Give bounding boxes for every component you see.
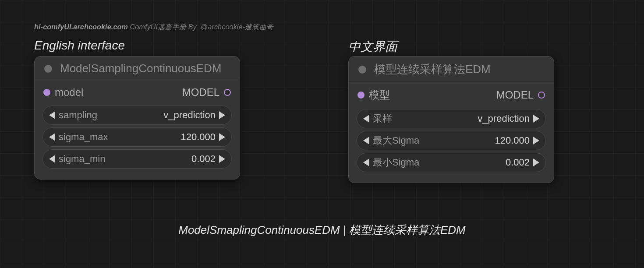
arrow-left-icon[interactable]	[363, 115, 369, 123]
section-label-chinese: 中文界面	[348, 39, 397, 55]
widget-value[interactable]: v_prediction	[97, 109, 216, 121]
node-collapse-dot-icon[interactable]	[44, 65, 52, 73]
section-label-english: English interface	[34, 39, 125, 53]
arrow-left-icon[interactable]	[49, 133, 55, 141]
node-model-sampling-continuous-edm-cn[interactable]: 模型连续采样算法EDM 模型 MODEL 采样 v_prediction	[348, 56, 554, 183]
widget-sigma-min[interactable]: 最小Sigma 0.002	[357, 153, 546, 172]
widget-sigma-min[interactable]: sigma_min 0.002	[42, 149, 232, 169]
node-model-sampling-continuous-edm-en[interactable]: ModelSamplingContinuousEDM model MODEL s…	[34, 56, 240, 180]
node-body: model MODEL sampling v_prediction sigma_…	[35, 80, 240, 179]
io-row: 模型 MODEL	[355, 86, 548, 106]
arrow-left-icon[interactable]	[49, 155, 55, 163]
widget-sampling[interactable]: sampling v_prediction	[42, 106, 232, 125]
widget-name: 最大Sigma	[373, 134, 419, 147]
watermark-tagline: ComfyUI速查手册 By_@archcookie-建筑曲奇	[130, 23, 273, 31]
widget-name: sampling	[59, 109, 97, 121]
arrow-right-icon[interactable]	[533, 137, 539, 145]
arrow-left-icon[interactable]	[363, 159, 369, 166]
widget-value[interactable]: v_prediction	[392, 113, 530, 124]
arrow-left-icon[interactable]	[49, 111, 55, 119]
watermark: hi-comfyUI.archcookie.com ComfyUI速查手册 By…	[34, 23, 273, 32]
input-port-model-icon[interactable]	[357, 92, 364, 99]
input-port-model-icon[interactable]	[43, 89, 50, 96]
widget-value[interactable]: 0.002	[419, 157, 530, 168]
widget-sigma-max[interactable]: 最大Sigma 120.000	[357, 131, 546, 150]
widget-sampling[interactable]: 采样 v_prediction	[357, 109, 546, 128]
output-port-model-icon[interactable]	[538, 92, 545, 99]
widget-name: sigma_max	[59, 131, 108, 143]
arrow-right-icon[interactable]	[533, 159, 539, 166]
node-title: ModelSamplingContinuousEDM	[60, 62, 222, 75]
arrow-right-icon[interactable]	[219, 133, 225, 141]
output-label-model: MODEL	[182, 86, 219, 99]
widget-sigma-max[interactable]: sigma_max 120.000	[42, 127, 232, 147]
widget-value[interactable]: 120.000	[108, 131, 216, 143]
input-label-model: 模型	[369, 88, 390, 102]
node-collapse-dot-icon[interactable]	[358, 66, 366, 74]
widget-value[interactable]: 120.000	[419, 135, 530, 146]
node-title: 模型连续采样算法EDM	[374, 62, 491, 77]
arrow-right-icon[interactable]	[533, 115, 539, 123]
node-body: 模型 MODEL 采样 v_prediction 最大Sigma 120.000	[349, 82, 554, 183]
widget-value[interactable]: 0.002	[105, 153, 216, 165]
arrow-left-icon[interactable]	[363, 137, 369, 145]
node-header[interactable]: ModelSamplingContinuousEDM	[35, 56, 240, 80]
arrow-right-icon[interactable]	[219, 155, 225, 163]
widget-name: 最小Sigma	[373, 156, 419, 169]
input-label-model: model	[55, 86, 83, 99]
io-row: model MODEL	[41, 85, 234, 103]
watermark-site: hi-comfyUI.archcookie.com	[34, 23, 128, 31]
arrow-right-icon[interactable]	[219, 111, 225, 119]
widget-name: 采样	[373, 112, 392, 125]
widget-name: sigma_min	[59, 153, 105, 165]
figure-caption: ModelSmaplingContinuousEDM | 模型连续采样算法EDM	[0, 222, 644, 238]
node-header[interactable]: 模型连续采样算法EDM	[349, 56, 554, 82]
output-port-model-icon[interactable]	[224, 89, 231, 96]
output-label-model: MODEL	[496, 89, 534, 101]
